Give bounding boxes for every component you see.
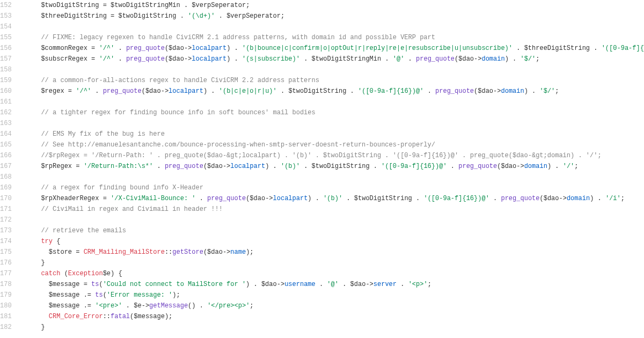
code-content: $message .= '<pre>' . $e->getMessage() .… <box>20 300 644 311</box>
code-content <box>20 64 644 75</box>
line-number: 152 <box>0 0 20 11</box>
code-line: 162 // a tighter regex for finding bounc… <box>0 107 644 118</box>
line-number: 175 <box>0 247 20 258</box>
line-number: 157 <box>0 54 20 64</box>
code-content: try { <box>20 236 644 247</box>
line-number: 159 <box>0 75 20 86</box>
code-line: 157 $subscrRegex = '/^' . preg_quote($da… <box>0 54 644 64</box>
line-number: 170 <box>0 193 20 204</box>
line-number: 177 <box>0 268 20 279</box>
line-number: 172 <box>0 215 20 225</box>
code-line: 164 // EMS My fix of the bug is here <box>0 129 644 139</box>
line-number: 166 <box>0 150 20 161</box>
line-number: 165 <box>0 139 20 150</box>
line-number: 178 <box>0 279 20 290</box>
code-line: 176 } <box>0 258 644 268</box>
line-number: 158 <box>0 64 20 75</box>
code-content: // FIXME: legacy regexen to handle CiviC… <box>20 32 644 43</box>
line-number: 182 <box>0 322 20 333</box>
code-content: // a regex for finding bound info X-Head… <box>20 182 644 193</box>
line-number: 167 <box>0 161 20 172</box>
code-line: 180 $message .= '<pre>' . $e->getMessage… <box>0 300 644 311</box>
code-line: 169 // a regex for finding bound info X-… <box>0 182 644 193</box>
code-line: 173 // retrieve the emails <box>0 225 644 236</box>
code-line: 165 // See http://emanuelesantanche.com/… <box>0 139 644 150</box>
code-content: $message .= ts('Error message: '); <box>20 290 644 300</box>
code-line: 154 <box>0 21 644 32</box>
line-number: 171 <box>0 204 20 215</box>
code-content <box>20 97 644 107</box>
code-line: 152 $twoDigitString = $twoDigitStringMin… <box>0 0 644 11</box>
code-content: $rpRegex = '/Return-Path:\s*' . preg_quo… <box>20 161 644 172</box>
code-content: //$rpRegex = '/Return-Path: ' . preg_quo… <box>20 150 644 161</box>
code-content: // EMS My fix of the bug is here <box>20 129 644 139</box>
line-number: 169 <box>0 182 20 193</box>
code-content: // CiviMail in regex and Civimail in hea… <box>20 204 644 215</box>
code-content: $rpXheaderRegex = '/X-CiviMail-Bounce: '… <box>20 193 644 204</box>
code-line: 159 // a common-for-all-actions regex to… <box>0 75 644 86</box>
line-number: 168 <box>0 172 20 182</box>
code-line: 161 <box>0 97 644 107</box>
code-content: $subscrRegex = '/^' . preg_quote($dao->l… <box>20 54 644 64</box>
code-content: $commonRegex = '/^' . preg_quote($dao->l… <box>20 43 644 54</box>
line-number: 162 <box>0 107 20 118</box>
code-content: $regex = '/^' . preg_quote($dao->localpa… <box>20 86 644 97</box>
line-number: 179 <box>0 290 20 300</box>
code-content: $message = ts('Could not connect to Mail… <box>20 279 644 290</box>
code-line: 177 catch (Exception$e) { <box>0 268 644 279</box>
code-content <box>20 215 644 225</box>
line-number: 163 <box>0 118 20 129</box>
code-content: $threeDigitString = $twoDigitString . '(… <box>20 11 644 21</box>
code-block: 152 $twoDigitString = $twoDigitStringMin… <box>0 0 644 333</box>
code-line: 174 try { <box>0 236 644 247</box>
line-number: 161 <box>0 97 20 107</box>
line-number: 155 <box>0 32 20 43</box>
code-line: 171 // CiviMail in regex and Civimail in… <box>0 204 644 215</box>
code-line: 156 $commonRegex = '/^' . preg_quote($da… <box>0 43 644 54</box>
code-line: 182 } <box>0 322 644 333</box>
code-content: $store = CRM_Mailing_MailStore::getStore… <box>20 247 644 258</box>
code-content <box>20 21 644 32</box>
code-line: 166 //$rpRegex = '/Return-Path: ' . preg… <box>0 150 644 161</box>
line-number: 173 <box>0 225 20 236</box>
code-line: 178 $message = ts('Could not connect to … <box>0 279 644 290</box>
line-number: 176 <box>0 258 20 268</box>
code-content: // retrieve the emails <box>20 225 644 236</box>
code-line: 167 $rpRegex = '/Return-Path:\s*' . preg… <box>0 161 644 172</box>
code-line: 158 <box>0 64 644 75</box>
code-line: 155 // FIXME: legacy regexen to handle C… <box>0 32 644 43</box>
code-content: } <box>20 322 644 333</box>
code-content: // a tighter regex for finding bounce in… <box>20 107 644 118</box>
code-line: 163 <box>0 118 644 129</box>
line-number: 154 <box>0 21 20 32</box>
line-number: 181 <box>0 311 20 322</box>
line-number: 174 <box>0 236 20 247</box>
code-content <box>20 172 644 182</box>
line-number: 164 <box>0 129 20 139</box>
code-line: 172 <box>0 215 644 225</box>
line-number: 153 <box>0 11 20 21</box>
code-content: CRM_Core_Error::fatal($message); <box>20 311 644 322</box>
line-number: 156 <box>0 43 20 54</box>
line-number: 160 <box>0 86 20 97</box>
code-line: 168 <box>0 172 644 182</box>
code-content: // See http://emanuelesantanche.com/boun… <box>20 139 644 150</box>
line-number: 180 <box>0 300 20 311</box>
code-content: // a common-for-all-actions regex to han… <box>20 75 644 86</box>
code-line: 160 $regex = '/^' . preg_quote($dao->loc… <box>0 86 644 97</box>
code-line: 181 CRM_Core_Error::fatal($message); <box>0 311 644 322</box>
code-line: 175 $store = CRM_Mailing_MailStore::getS… <box>0 247 644 258</box>
code-content: catch (Exception$e) { <box>20 268 644 279</box>
code-line: 179 $message .= ts('Error message: '); <box>0 290 644 300</box>
code-line: 170 $rpXheaderRegex = '/X-CiviMail-Bounc… <box>0 193 644 204</box>
code-content <box>20 118 644 129</box>
code-content: } <box>20 258 644 268</box>
code-content: $twoDigitString = $twoDigitStringMin . $… <box>20 0 644 11</box>
code-line: 153 $threeDigitString = $twoDigitString … <box>0 11 644 21</box>
